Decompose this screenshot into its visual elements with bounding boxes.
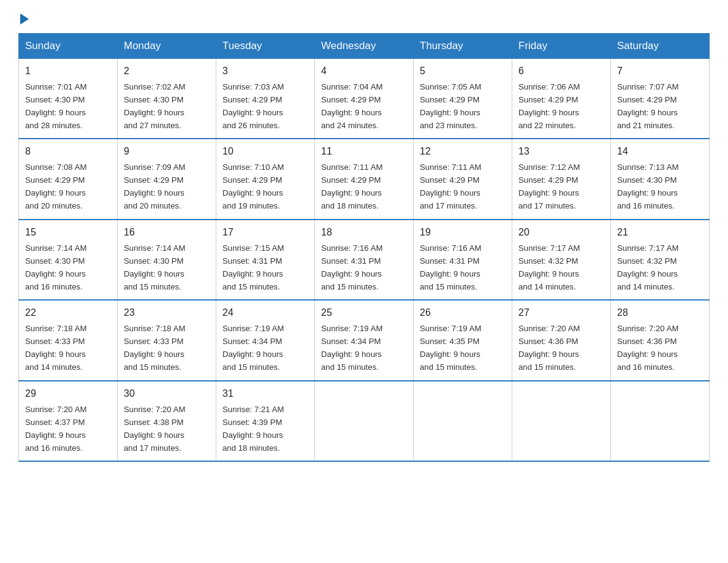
- calendar-cell: 13 Sunrise: 7:12 AMSunset: 4:29 PMDaylig…: [512, 139, 611, 219]
- calendar-header-monday: Monday: [118, 34, 216, 59]
- day-number: 18: [321, 225, 407, 240]
- day-info: Sunrise: 7:17 AMSunset: 4:32 PMDaylight:…: [518, 243, 580, 291]
- day-number: 23: [124, 305, 210, 321]
- day-number: 8: [25, 144, 111, 159]
- calendar-cell: 1 Sunrise: 7:01 AMSunset: 4:30 PMDayligh…: [19, 59, 118, 139]
- calendar-week-row: 22 Sunrise: 7:18 AMSunset: 4:33 PMDaylig…: [19, 300, 710, 380]
- day-info: Sunrise: 7:13 AMSunset: 4:30 PMDaylight:…: [617, 163, 678, 210]
- day-info: Sunrise: 7:03 AMSunset: 4:29 PMDaylight:…: [222, 82, 284, 130]
- day-info: Sunrise: 7:20 AMSunset: 4:36 PMDaylight:…: [617, 324, 678, 372]
- day-info: Sunrise: 7:17 AMSunset: 4:32 PMDaylight:…: [617, 243, 678, 291]
- day-number: 25: [321, 305, 407, 321]
- day-number: 1: [25, 64, 111, 79]
- calendar-cell: 10 Sunrise: 7:10 AMSunset: 4:29 PMDaylig…: [216, 139, 315, 219]
- calendar-cell: 17 Sunrise: 7:15 AMSunset: 4:31 PMDaylig…: [216, 220, 315, 300]
- day-number: 13: [518, 144, 604, 159]
- calendar-week-row: 1 Sunrise: 7:01 AMSunset: 4:30 PMDayligh…: [19, 59, 710, 139]
- calendar-cell: 22 Sunrise: 7:18 AMSunset: 4:33 PMDaylig…: [19, 300, 118, 380]
- calendar-cell: 3 Sunrise: 7:03 AMSunset: 4:29 PMDayligh…: [216, 59, 315, 139]
- day-info: Sunrise: 7:18 AMSunset: 4:33 PMDaylight:…: [124, 324, 185, 372]
- day-number: 4: [321, 64, 407, 79]
- day-info: Sunrise: 7:20 AMSunset: 4:36 PMDaylight:…: [518, 324, 580, 372]
- day-number: 11: [321, 144, 407, 159]
- day-info: Sunrise: 7:09 AMSunset: 4:29 PMDaylight:…: [124, 163, 185, 210]
- calendar-cell: 31 Sunrise: 7:21 AMSunset: 4:39 PMDaylig…: [216, 381, 315, 461]
- day-info: Sunrise: 7:07 AMSunset: 4:29 PMDaylight:…: [617, 82, 678, 130]
- calendar-cell: 30 Sunrise: 7:20 AMSunset: 4:38 PMDaylig…: [118, 381, 216, 461]
- day-number: 16: [124, 225, 210, 240]
- day-number: 9: [124, 144, 210, 159]
- calendar-cell: 20 Sunrise: 7:17 AMSunset: 4:32 PMDaylig…: [512, 220, 611, 300]
- page-header: [18, 12, 710, 22]
- day-number: 17: [222, 225, 308, 240]
- calendar-cell: [611, 381, 710, 461]
- calendar-header-thursday: Thursday: [414, 34, 512, 59]
- day-number: 14: [617, 144, 703, 159]
- day-info: Sunrise: 7:19 AMSunset: 4:35 PMDaylight:…: [420, 324, 481, 372]
- day-number: 6: [518, 64, 604, 79]
- calendar-cell: [512, 381, 611, 461]
- calendar-cell: 2 Sunrise: 7:02 AMSunset: 4:30 PMDayligh…: [118, 59, 216, 139]
- calendar-cell: 16 Sunrise: 7:14 AMSunset: 4:30 PMDaylig…: [118, 220, 216, 300]
- calendar-header-tuesday: Tuesday: [216, 34, 315, 59]
- calendar-cell: 6 Sunrise: 7:06 AMSunset: 4:29 PMDayligh…: [512, 59, 611, 139]
- calendar-cell: 11 Sunrise: 7:11 AMSunset: 4:29 PMDaylig…: [315, 139, 414, 219]
- calendar-header-wednesday: Wednesday: [315, 34, 414, 59]
- logo-arrow-icon: [20, 13, 29, 25]
- day-info: Sunrise: 7:15 AMSunset: 4:31 PMDaylight:…: [222, 243, 284, 291]
- day-info: Sunrise: 7:19 AMSunset: 4:34 PMDaylight:…: [222, 324, 284, 372]
- day-info: Sunrise: 7:16 AMSunset: 4:31 PMDaylight:…: [321, 243, 382, 291]
- day-info: Sunrise: 7:20 AMSunset: 4:38 PMDaylight:…: [124, 405, 185, 453]
- day-number: 29: [25, 386, 111, 402]
- calendar-cell: 24 Sunrise: 7:19 AMSunset: 4:34 PMDaylig…: [216, 300, 315, 380]
- calendar-cell: 19 Sunrise: 7:16 AMSunset: 4:31 PMDaylig…: [414, 220, 512, 300]
- day-info: Sunrise: 7:18 AMSunset: 4:33 PMDaylight:…: [25, 324, 86, 372]
- calendar-cell: 29 Sunrise: 7:20 AMSunset: 4:37 PMDaylig…: [19, 381, 118, 461]
- day-number: 24: [222, 305, 308, 321]
- calendar-cell: 23 Sunrise: 7:18 AMSunset: 4:33 PMDaylig…: [118, 300, 216, 380]
- day-number: 20: [518, 225, 604, 240]
- day-info: Sunrise: 7:12 AMSunset: 4:29 PMDaylight:…: [518, 163, 580, 210]
- calendar-table: SundayMondayTuesdayWednesdayThursdayFrid…: [18, 33, 710, 462]
- day-number: 2: [124, 64, 210, 79]
- calendar-cell: 28 Sunrise: 7:20 AMSunset: 4:36 PMDaylig…: [611, 300, 710, 380]
- logo: [18, 12, 29, 22]
- day-info: Sunrise: 7:11 AMSunset: 4:29 PMDaylight:…: [321, 163, 382, 210]
- calendar-cell: [315, 381, 414, 461]
- day-number: 12: [420, 144, 506, 159]
- day-info: Sunrise: 7:20 AMSunset: 4:37 PMDaylight:…: [25, 405, 86, 453]
- day-info: Sunrise: 7:05 AMSunset: 4:29 PMDaylight:…: [420, 82, 481, 130]
- calendar-header-row: SundayMondayTuesdayWednesdayThursdayFrid…: [19, 34, 710, 59]
- day-info: Sunrise: 7:02 AMSunset: 4:30 PMDaylight:…: [124, 82, 185, 130]
- calendar-header-sunday: Sunday: [19, 34, 118, 59]
- calendar-cell: 7 Sunrise: 7:07 AMSunset: 4:29 PMDayligh…: [611, 59, 710, 139]
- calendar-cell: 4 Sunrise: 7:04 AMSunset: 4:29 PMDayligh…: [315, 59, 414, 139]
- calendar-cell: 12 Sunrise: 7:11 AMSunset: 4:29 PMDaylig…: [414, 139, 512, 219]
- calendar-cell: [414, 381, 512, 461]
- day-info: Sunrise: 7:14 AMSunset: 4:30 PMDaylight:…: [25, 243, 86, 291]
- day-info: Sunrise: 7:16 AMSunset: 4:31 PMDaylight:…: [420, 243, 481, 291]
- day-number: 7: [617, 64, 703, 79]
- calendar-cell: 14 Sunrise: 7:13 AMSunset: 4:30 PMDaylig…: [611, 139, 710, 219]
- day-number: 19: [420, 225, 506, 240]
- day-info: Sunrise: 7:19 AMSunset: 4:34 PMDaylight:…: [321, 324, 382, 372]
- day-number: 3: [222, 64, 308, 79]
- calendar-cell: 27 Sunrise: 7:20 AMSunset: 4:36 PMDaylig…: [512, 300, 611, 380]
- day-info: Sunrise: 7:08 AMSunset: 4:29 PMDaylight:…: [25, 163, 86, 210]
- calendar-cell: 26 Sunrise: 7:19 AMSunset: 4:35 PMDaylig…: [414, 300, 512, 380]
- calendar-week-row: 29 Sunrise: 7:20 AMSunset: 4:37 PMDaylig…: [19, 381, 710, 461]
- day-info: Sunrise: 7:06 AMSunset: 4:29 PMDaylight:…: [518, 82, 580, 130]
- calendar-cell: 9 Sunrise: 7:09 AMSunset: 4:29 PMDayligh…: [118, 139, 216, 219]
- day-info: Sunrise: 7:10 AMSunset: 4:29 PMDaylight:…: [222, 163, 284, 210]
- day-number: 27: [518, 305, 604, 321]
- day-number: 21: [617, 225, 703, 240]
- calendar-cell: 25 Sunrise: 7:19 AMSunset: 4:34 PMDaylig…: [315, 300, 414, 380]
- day-info: Sunrise: 7:14 AMSunset: 4:30 PMDaylight:…: [124, 243, 185, 291]
- day-number: 5: [420, 64, 506, 79]
- calendar-cell: 8 Sunrise: 7:08 AMSunset: 4:29 PMDayligh…: [19, 139, 118, 219]
- day-number: 30: [124, 386, 210, 402]
- day-number: 31: [222, 386, 308, 402]
- day-info: Sunrise: 7:21 AMSunset: 4:39 PMDaylight:…: [222, 405, 284, 453]
- day-number: 15: [25, 225, 111, 240]
- day-number: 28: [617, 305, 703, 321]
